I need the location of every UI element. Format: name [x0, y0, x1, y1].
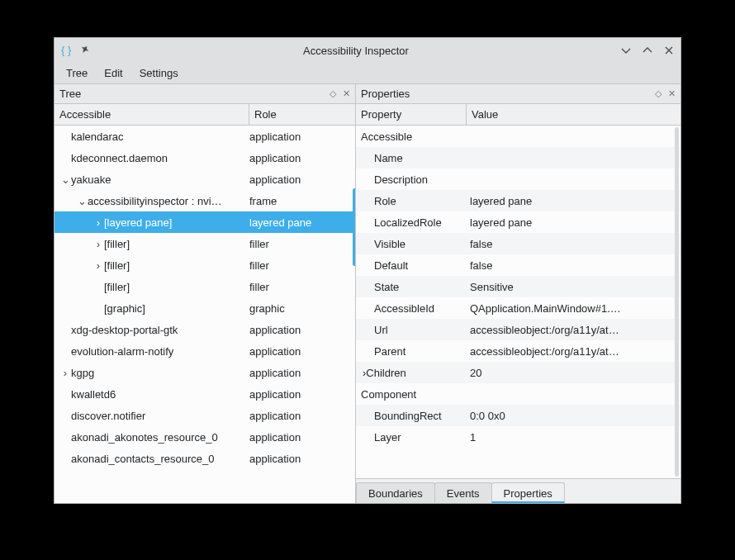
prop-key: Children	[366, 367, 405, 379]
tree-column-header: Accessible Role	[55, 104, 355, 126]
prop-row[interactable]: Rolelayered pane	[356, 190, 680, 211]
scrollbar-track[interactable]	[675, 127, 679, 477]
prop-row[interactable]: Parentaccessibleobject:/org/a11y/at…	[356, 340, 680, 362]
prop-row[interactable]: Layer1	[356, 426, 680, 448]
prop-value: QApplication.MainWindow#1.…	[470, 302, 621, 315]
tree-row-role: filler	[249, 281, 269, 293]
close-icon[interactable]	[664, 45, 674, 55]
tree-row-role: application	[249, 431, 301, 444]
tree-row-role: layered pane	[249, 216, 311, 229]
tree-row[interactable]: ⌄yakuakeapplication	[55, 168, 355, 190]
prop-row[interactable]: LocalizedRolelayered pane	[356, 211, 680, 233]
chevron-right-icon[interactable]: ›	[92, 259, 104, 272]
chevron-down-icon[interactable]: ⌄	[76, 195, 88, 207]
prop-row[interactable]: AccessibleIdQApplication.MainWindow#1.…	[356, 297, 680, 319]
tree-body[interactable]: kalendaracapplicationkdeconnect.daemonap…	[55, 126, 355, 503]
tree-row-name: accessibilityinspector : nvi…	[88, 195, 222, 207]
pane-close-icon[interactable]: ✕	[343, 88, 350, 99]
tree-row[interactable]: [graphic]graphic	[55, 297, 355, 319]
prop-key: Visible	[374, 238, 405, 250]
menu-tree[interactable]: Tree	[59, 64, 94, 82]
tree-row-name: [graphic]	[104, 302, 145, 315]
tree-row[interactable]: ›[layered pane]layered pane	[55, 211, 355, 233]
tree-row[interactable]: ›kgpgapplication	[55, 362, 355, 383]
chevron-right-icon[interactable]: ›	[59, 367, 71, 379]
tab-boundaries[interactable]: Boundaries	[356, 482, 435, 503]
tree-row-name: akonadi_contacts_resource_0	[71, 453, 214, 465]
prop-key: Layer	[374, 431, 401, 444]
detach-icon[interactable]: ◇	[655, 88, 662, 99]
prop-value: accessibleobject:/org/a11y/at…	[470, 345, 619, 358]
app-icon: { }	[61, 44, 74, 57]
tree-row[interactable]: ⌄accessibilityinspector : nvi…frame	[55, 190, 355, 211]
tree-row-name: xdg-desktop-portal-gtk	[71, 324, 178, 336]
tree-row-role: application	[249, 173, 301, 186]
prop-key: Description	[374, 173, 428, 186]
tree-row-role: application	[249, 388, 301, 401]
prop-row[interactable]: Urlaccessibleobject:/org/a11y/at…	[356, 319, 680, 340]
tab-properties[interactable]: Properties	[491, 482, 565, 503]
maximize-icon[interactable]	[643, 45, 652, 55]
col-accessible[interactable]: Accessible	[55, 104, 249, 125]
bottom-tabs: Boundaries Events Properties	[356, 478, 680, 503]
tree-row-name: evolution-alarm-notify	[71, 345, 173, 358]
prop-value: 20	[470, 367, 481, 379]
prop-row[interactable]: StateSensitive	[356, 276, 680, 297]
prop-value: accessibleobject:/org/a11y/at…	[470, 324, 619, 336]
menubar: Tree Edit Settings	[55, 63, 680, 84]
window-title: Accessibility Inspector	[91, 45, 621, 57]
tree-row[interactable]: [filler]filler	[55, 276, 355, 297]
tree-row[interactable]: xdg-desktop-portal-gtkapplication	[55, 319, 355, 340]
prop-column-header: Property Value	[356, 104, 680, 126]
minimize-icon[interactable]	[621, 45, 631, 55]
prop-key: Default	[374, 259, 408, 272]
detach-icon[interactable]: ◇	[330, 88, 336, 99]
tree-row[interactable]: kwalletd6application	[55, 383, 355, 405]
prop-row[interactable]: Visiblefalse	[356, 233, 680, 254]
prop-value: layered pane	[470, 195, 532, 207]
prop-row[interactable]: Description	[356, 168, 680, 190]
tree-row[interactable]: akonadi_akonotes_resource_0application	[55, 426, 355, 448]
tree-row-name: kdeconnect.daemon	[71, 152, 168, 164]
scrollbar-thumb[interactable]	[353, 188, 355, 266]
tree-row[interactable]: kdeconnect.daemonapplication	[55, 147, 355, 168]
tree-row[interactable]: evolution-alarm-notifyapplication	[55, 340, 355, 362]
pin-icon[interactable]	[81, 45, 91, 55]
tab-events[interactable]: Events	[434, 482, 492, 503]
titlebar[interactable]: { } Accessibility Inspector	[55, 38, 680, 63]
menu-edit[interactable]: Edit	[97, 64, 129, 82]
chevron-right-icon[interactable]: ›	[92, 216, 104, 229]
prop-row[interactable]: Name	[356, 147, 680, 168]
prop-key: AccessibleId	[374, 302, 434, 315]
tree-row-role: filler	[249, 259, 269, 272]
prop-row[interactable]: › Children20	[356, 362, 680, 383]
tree-row-role: frame	[249, 195, 277, 207]
tree-row-name: [filler]	[104, 281, 130, 293]
chevron-right-icon[interactable]: ›	[92, 238, 104, 250]
prop-body[interactable]: AccessibleNameDescriptionRolelayered pan…	[356, 126, 680, 503]
prop-key: Parent	[374, 345, 405, 358]
tree-row[interactable]: discover.notifierapplication	[55, 405, 355, 426]
tree-row[interactable]: akonadi_contacts_resource_0application	[55, 448, 355, 469]
tree-row[interactable]: ›[filler]filler	[55, 233, 355, 254]
col-value[interactable]: Value	[467, 104, 680, 125]
chevron-down-icon[interactable]: ⌄	[59, 173, 71, 186]
prop-section: Accessible	[356, 126, 680, 147]
prop-row[interactable]: BoundingRect0:0 0x0	[356, 405, 680, 426]
tree-row[interactable]: kalendaracapplication	[55, 126, 355, 147]
tree-row[interactable]: ›[filler]filler	[55, 254, 355, 276]
tree-row-role: application	[249, 367, 301, 379]
col-role[interactable]: Role	[249, 104, 355, 125]
properties-pane-title: Properties	[361, 88, 655, 100]
prop-key: LocalizedRole	[374, 216, 442, 229]
prop-value: layered pane	[470, 216, 532, 229]
col-property[interactable]: Property	[356, 104, 467, 125]
prop-row[interactable]: Defaultfalse	[356, 254, 680, 276]
prop-value: 0:0 0x0	[470, 410, 505, 422]
tree-row-role: application	[249, 152, 301, 164]
menu-settings[interactable]: Settings	[133, 64, 185, 82]
prop-value: Sensitive	[470, 281, 514, 293]
prop-section: Component	[356, 383, 680, 405]
tree-row-role: application	[249, 453, 301, 465]
pane-close-icon[interactable]: ✕	[668, 88, 676, 99]
